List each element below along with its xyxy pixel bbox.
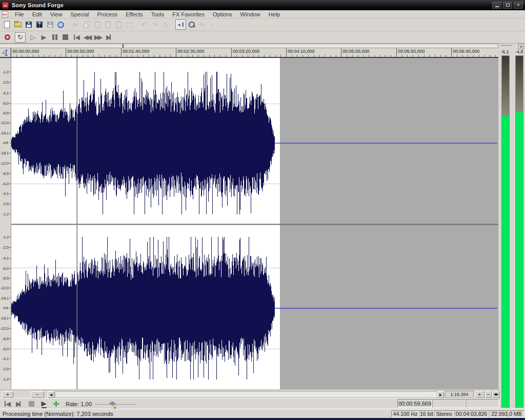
menu-fx-favorites[interactable]: FX Favorites: [168, 11, 208, 18]
ruler-minor-tick: [308, 55, 309, 57]
record-button[interactable]: [2, 32, 13, 43]
fit-to-window-button[interactable]: ◀▶: [492, 391, 499, 398]
menu-edit[interactable]: Edit: [28, 11, 46, 18]
magnify-tool-button[interactable]: [186, 19, 197, 30]
ruler-minor-tick: [314, 55, 314, 57]
ruler-minor-tick: [258, 55, 259, 57]
meter-grip-icon[interactable]: ******: [501, 44, 512, 48]
length-display[interactable]: [466, 399, 499, 408]
go-to-end-button[interactable]: ▶: [103, 32, 114, 43]
redo-icon: ↷: [152, 22, 158, 28]
ruler-minor-tick: [270, 55, 270, 57]
undo-button[interactable]: ↶: [139, 19, 150, 30]
ruler-minor-tick: [220, 55, 220, 57]
ruler-major-tick: [231, 48, 232, 57]
meter-left-peak-label: -6,1: [501, 49, 509, 54]
zoom-ratio-display[interactable]: 1:16.384: [445, 391, 474, 398]
envelope-tool-button[interactable]: ⌁: [208, 19, 218, 30]
selection-display[interactable]: [432, 399, 466, 408]
ruler-minor-tick: [275, 55, 276, 57]
menu-process[interactable]: Process: [93, 11, 122, 18]
minimize-button[interactable]: [492, 2, 501, 9]
play-button[interactable]: ▶: [38, 32, 49, 43]
zoom-in-time-button[interactable]: +: [2, 391, 13, 398]
db-label: -6,0: [2, 266, 9, 271]
rewind-button[interactable]: ◀◀: [82, 32, 92, 43]
sample-rate-cell[interactable]: 44.100 Hz: [391, 410, 419, 417]
scroll-zoom-row: + − ◀ ▶ 1:16.384 + − ◀▶: [0, 390, 499, 398]
window-title: Sony Sound Forge: [12, 2, 64, 8]
restore-button[interactable]: [503, 2, 512, 9]
menu-help[interactable]: Help: [265, 11, 285, 18]
waveform-display[interactable]: [11, 58, 498, 389]
menu-tools[interactable]: Tools: [147, 11, 169, 18]
playbar-monitor-button[interactable]: [51, 400, 61, 408]
ruler-minor-tick: [347, 55, 347, 57]
position-display[interactable]: 00:00:59,669: [397, 399, 432, 408]
paste-to-new-button[interactable]: [113, 19, 124, 30]
db-label: -8,5: [2, 336, 9, 341]
new-button[interactable]: [2, 19, 12, 30]
save-all-button[interactable]: [45, 19, 55, 30]
file-length-cell[interactable]: 00:04:03,826: [454, 410, 489, 417]
ruler-minor-tick: [457, 55, 457, 57]
go-to-start-button[interactable]: ◀: [71, 32, 82, 43]
repeat-button[interactable]: ↻: [160, 19, 171, 30]
menu-options[interactable]: Options: [209, 11, 236, 18]
trim-button[interactable]: [124, 19, 135, 30]
loop-playback-button[interactable]: ↻: [15, 32, 26, 43]
menu-effects[interactable]: Effects: [122, 11, 147, 18]
scroll-right-arrow[interactable]: ▶: [437, 391, 444, 398]
bit-depth-cell[interactable]: 16 bit: [419, 410, 434, 417]
scroll-left-arrow[interactable]: ◀: [48, 391, 54, 398]
pause-button[interactable]: [49, 32, 60, 43]
db-label: -1,2: [2, 235, 9, 239]
save-button[interactable]: [23, 19, 34, 30]
ruler-time-label: 00:05:00,000: [342, 49, 370, 54]
menu-special[interactable]: Special: [66, 11, 93, 18]
time-ruler[interactable]: 00:00:00,00000:00:50,00000:01:40,00000:0…: [0, 48, 498, 58]
ruler-minor-tick: [440, 55, 441, 57]
meter-close-button[interactable]: ×: [518, 44, 524, 49]
menu-window[interactable]: Window: [236, 11, 265, 18]
open-button[interactable]: [12, 19, 23, 30]
db-tick: [9, 214, 11, 214]
horizontal-scrollbar[interactable]: [55, 391, 437, 398]
ruler-minor-tick: [495, 55, 496, 57]
db-label: -12,0: [0, 161, 9, 166]
save-as-button[interactable]: [34, 19, 45, 30]
ruler-minor-tick: [369, 55, 369, 57]
save-as-icon: [36, 22, 43, 28]
menu-view[interactable]: View: [46, 11, 67, 18]
overview-bar[interactable]: [0, 44, 498, 48]
waveform-canvas[interactable]: [11, 58, 498, 389]
forward-button[interactable]: ▶▶: [92, 32, 103, 43]
ruler-time-label: 00:02:30,000: [177, 49, 205, 54]
redo-button[interactable]: ↷: [150, 19, 160, 30]
db-tick: [9, 72, 11, 72]
zoom-out-time-button[interactable]: −: [31, 391, 44, 398]
playbar-go-to-start-button[interactable]: ◀: [2, 400, 12, 408]
menu-file[interactable]: File: [11, 11, 28, 18]
edit-tool-button[interactable]: [175, 19, 186, 30]
ruler-minor-tick: [165, 55, 166, 57]
paste-special-button[interactable]: [103, 19, 113, 30]
play-all-button[interactable]: ▷: [28, 32, 38, 43]
app-icon: [2, 2, 9, 9]
zoom-out-level-button[interactable]: −: [485, 391, 492, 398]
ruler-minor-tick: [93, 55, 94, 57]
playbar-stop-button[interactable]: [27, 400, 36, 408]
open-in-browser-button[interactable]: [55, 19, 66, 30]
ruler-minor-tick: [385, 55, 386, 57]
cut-button[interactable]: ✂: [70, 19, 81, 30]
close-button[interactable]: ×: [514, 2, 523, 9]
playbar-play-button[interactable]: ▶: [39, 400, 49, 408]
copy-button[interactable]: [81, 19, 92, 30]
zoom-in-level-button[interactable]: +: [475, 391, 484, 398]
channels-cell[interactable]: Stereo: [434, 410, 454, 417]
pencil-tool-button[interactable]: ✎: [197, 19, 208, 30]
ruler-minor-tick: [435, 55, 435, 57]
playbar-go-to-end-button[interactable]: ▶: [13, 400, 23, 408]
stop-button[interactable]: [60, 32, 71, 43]
paste-button[interactable]: [92, 19, 103, 30]
